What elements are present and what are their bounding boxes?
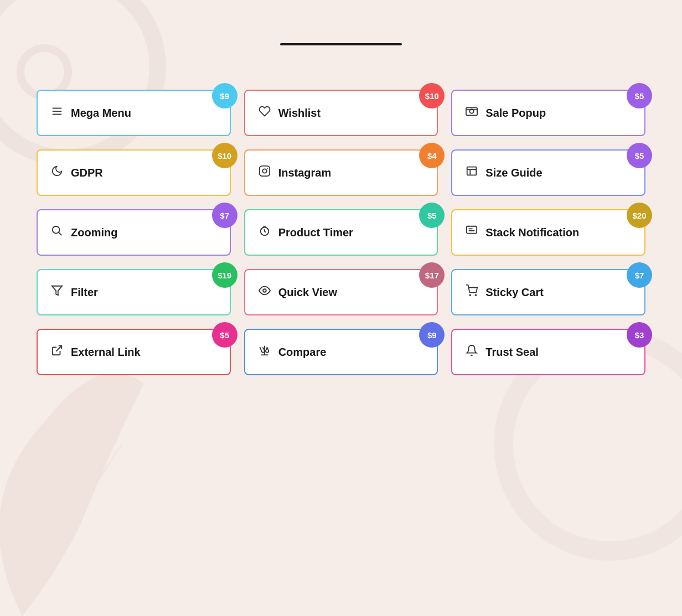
svg-rect-12 xyxy=(467,167,477,175)
card-icon-15 xyxy=(466,344,478,360)
price-badge-8: $5 xyxy=(419,203,445,228)
card-icon-3 xyxy=(466,105,478,121)
svg-point-10 xyxy=(262,169,266,173)
card-icon-12 xyxy=(466,284,478,300)
feature-card-14[interactable]: Compare $9 xyxy=(244,329,438,375)
card-icon-13 xyxy=(51,344,63,360)
svg-point-24 xyxy=(476,294,477,296)
card-icon-8 xyxy=(259,225,271,240)
price-badge-12: $7 xyxy=(627,262,652,288)
card-label-12: Sticky Cart xyxy=(485,286,544,299)
svg-point-22 xyxy=(263,289,266,292)
price-badge-6: $5 xyxy=(627,143,652,168)
svg-point-11 xyxy=(267,168,268,169)
card-label-4: GDPR xyxy=(71,167,103,179)
card-label-14: Compare xyxy=(278,346,327,359)
feature-card-10[interactable]: Filter $19 xyxy=(37,269,231,315)
card-label-7: Zooming xyxy=(71,226,117,239)
card-icon-14 xyxy=(259,344,271,360)
feature-card-4[interactable]: GDPR $10 xyxy=(37,149,231,196)
card-icon-6 xyxy=(466,165,478,180)
card-label-1: Mega Menu xyxy=(71,107,131,120)
card-label-8: Product Timer xyxy=(278,226,353,239)
card-label-13: External Link xyxy=(71,346,141,359)
card-icon-9 xyxy=(466,225,478,240)
card-label-2: Wishlist xyxy=(278,107,321,120)
feature-card-7[interactable]: Zooming $7 xyxy=(37,209,231,256)
price-badge-1: $9 xyxy=(212,83,237,108)
svg-point-28 xyxy=(471,345,472,346)
feature-card-9[interactable]: Stack Notification $20 xyxy=(451,209,645,256)
card-label-5: Instagram xyxy=(278,167,332,179)
card-label-9: Stack Notification xyxy=(485,226,579,239)
svg-point-15 xyxy=(53,226,60,234)
price-badge-2: $10 xyxy=(419,83,445,108)
feature-card-15[interactable]: Trust Seal $3 xyxy=(451,329,645,375)
price-badge-5: $4 xyxy=(419,143,445,168)
svg-rect-20 xyxy=(469,230,475,231)
card-icon-10 xyxy=(51,284,63,300)
card-icon-4 xyxy=(51,165,63,180)
svg-point-23 xyxy=(470,294,471,296)
card-icon-11 xyxy=(259,284,271,300)
price-badge-4: $10 xyxy=(212,143,237,168)
card-label-3: Sale Popup xyxy=(485,107,546,120)
svg-rect-9 xyxy=(259,166,269,176)
card-label-15: Trust Seal xyxy=(485,346,539,359)
svg-marker-21 xyxy=(52,286,62,296)
feature-card-13[interactable]: External Link $5 xyxy=(37,329,231,375)
svg-line-25 xyxy=(56,346,61,351)
features-grid: Mega Menu $9 Wishlist $10 Sale Popup $5 … xyxy=(37,90,645,375)
card-icon-5 xyxy=(259,165,271,180)
card-label-11: Quick View xyxy=(278,286,337,299)
feature-card-5[interactable]: Instagram $4 xyxy=(244,149,438,196)
card-label-10: Filter xyxy=(71,286,98,299)
price-badge-14: $9 xyxy=(419,322,445,348)
card-label-6: Size Guide xyxy=(485,167,542,179)
card-icon-7 xyxy=(51,225,63,240)
feature-card-11[interactable]: Quick View $17 xyxy=(244,269,438,315)
svg-rect-18 xyxy=(467,226,477,234)
price-badge-13: $5 xyxy=(212,322,237,348)
price-badge-9: $20 xyxy=(627,203,652,228)
price-badge-10: $19 xyxy=(212,262,237,288)
feature-card-1[interactable]: Mega Menu $9 xyxy=(37,90,231,136)
price-badge-3: $5 xyxy=(627,83,652,108)
svg-rect-19 xyxy=(469,228,473,229)
feature-card-8[interactable]: Product Timer $5 xyxy=(244,209,438,256)
card-icon-2 xyxy=(259,105,271,121)
feature-card-2[interactable]: Wishlist $10 xyxy=(244,90,438,136)
price-badge-7: $7 xyxy=(212,203,237,228)
card-icon-1 xyxy=(51,105,63,121)
feature-card-12[interactable]: Sticky Cart $7 xyxy=(451,269,645,315)
feature-card-3[interactable]: Sale Popup $5 xyxy=(451,90,645,136)
price-badge-11: $17 xyxy=(419,262,445,288)
feature-card-6[interactable]: Size Guide $5 xyxy=(451,149,645,196)
price-badge-15: $3 xyxy=(627,322,652,348)
title-underline xyxy=(280,43,402,45)
svg-line-16 xyxy=(59,232,62,236)
